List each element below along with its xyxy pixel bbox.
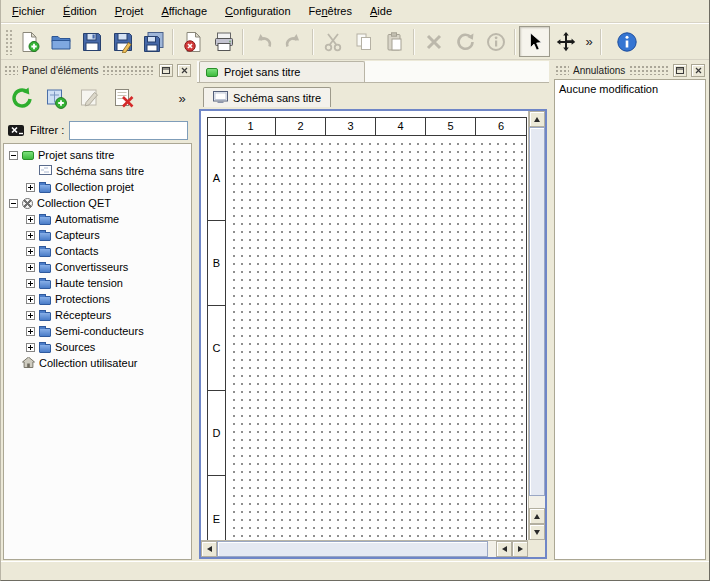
tree-item-collection-utilisateur[interactable]: Collection utilisateur — [4, 355, 191, 371]
tree-item-convertisseurs[interactable]: Convertisseurs — [4, 259, 191, 275]
vertical-scrollbar[interactable] — [528, 111, 545, 540]
save-all-button[interactable] — [138, 26, 169, 57]
dock-grip[interactable] — [102, 65, 155, 75]
schema-icon — [39, 165, 52, 177]
float-button[interactable] — [673, 64, 687, 77]
menu-edition[interactable]: Édition — [54, 1, 106, 21]
collapse-expander-icon[interactable] — [9, 199, 18, 208]
save-button[interactable] — [76, 26, 107, 57]
scroll-right-button[interactable] — [512, 541, 528, 557]
dock-grip[interactable] — [4, 65, 18, 75]
elements-panel-header[interactable]: Panel d'éléments — [1, 61, 194, 79]
undo-history-list[interactable]: Aucune modification — [554, 79, 706, 560]
open-project-button[interactable] — [45, 26, 76, 57]
menu-configuration[interactable]: Configuration — [216, 1, 299, 21]
expand-expander-icon[interactable] — [26, 343, 35, 352]
diagram-grid-canvas[interactable] — [227, 137, 526, 540]
elements-toolbar-overflow-button[interactable]: » — [174, 85, 190, 111]
redo-button[interactable] — [278, 26, 309, 57]
expand-expander-icon[interactable] — [26, 295, 35, 304]
tree-item-sources[interactable]: Sources — [4, 339, 191, 355]
save-as-button[interactable] — [107, 26, 138, 57]
collections-tree[interactable]: Projet sans titre Schéma sans titre Coll… — [3, 143, 192, 560]
schema-tab-bar: Schéma sans titre — [197, 83, 549, 107]
move-arrows-icon — [555, 31, 577, 53]
select-mode-button[interactable] — [519, 26, 550, 57]
project-view: Projet sans titre Schéma sans titre 1 2 — [197, 61, 549, 561]
expand-expander-icon[interactable] — [26, 247, 35, 256]
toolbar-grip[interactable] — [5, 29, 12, 55]
expand-expander-icon[interactable] — [26, 231, 35, 240]
element-info-icon — [485, 31, 507, 53]
scroll-up-button[interactable] — [529, 111, 545, 127]
paste-button[interactable] — [379, 26, 410, 57]
dock-grip[interactable] — [555, 65, 569, 75]
tree-item-schema-sans-titre[interactable]: Schéma sans titre — [4, 163, 191, 179]
folder-icon — [39, 232, 51, 241]
menu-fenetres[interactable]: Fenêtres — [300, 1, 361, 21]
about-button[interactable] — [611, 26, 642, 57]
close-button[interactable] — [691, 64, 705, 77]
expand-expander-icon[interactable] — [26, 215, 35, 224]
cursor-arrow-icon — [524, 31, 546, 53]
info-blue-icon — [616, 31, 638, 53]
undo-panel-header[interactable]: Annulations — [552, 61, 708, 79]
undo-button[interactable] — [247, 26, 278, 57]
delete-button[interactable] — [418, 26, 449, 57]
tab-schema-sans-titre[interactable]: Schéma sans titre — [203, 87, 331, 107]
expand-expander-icon[interactable] — [26, 327, 35, 336]
horizontal-scroll-thumb[interactable] — [217, 541, 488, 557]
tree-item-capteurs[interactable]: Capteurs — [4, 227, 191, 243]
expand-expander-icon[interactable] — [26, 311, 35, 320]
tree-item-collection-qet[interactable]: Collection QET — [4, 195, 191, 211]
tree-item-haute-tension[interactable]: Haute tension — [4, 275, 191, 291]
expand-expander-icon[interactable] — [26, 263, 35, 272]
copy-button[interactable] — [348, 26, 379, 57]
scroll-left-button-2[interactable] — [496, 541, 512, 557]
vertical-scroll-thumb[interactable] — [529, 127, 545, 496]
delete-element-button[interactable] — [107, 81, 141, 115]
diagram-viewport[interactable]: 1 2 3 4 5 6 A B C D E — [201, 111, 528, 540]
paste-icon — [384, 31, 406, 53]
tree-item-protections[interactable]: Protections — [4, 291, 191, 307]
tree-item-recepteurs[interactable]: Récepteurs — [4, 307, 191, 323]
folder-icon — [39, 280, 51, 289]
collapse-expander-icon[interactable] — [9, 151, 18, 160]
float-button[interactable] — [159, 64, 173, 77]
clear-filter-icon[interactable] — [7, 123, 25, 138]
tree-item-automatisme[interactable]: Automatisme — [4, 211, 191, 227]
arrow-up-icon — [534, 514, 540, 519]
new-document-button[interactable] — [14, 26, 45, 57]
dock-grip[interactable] — [629, 65, 669, 75]
tree-item-projet-sans-titre[interactable]: Projet sans titre — [4, 147, 191, 163]
print-button[interactable] — [208, 26, 239, 57]
menu-aide[interactable]: Aide — [361, 1, 401, 21]
element-info-button[interactable] — [480, 26, 511, 57]
tree-item-semi-conducteurs[interactable]: Semi-conducteurs — [4, 323, 191, 339]
toolbar-separator — [514, 29, 516, 55]
elements-panel-title: Panel d'éléments — [22, 65, 98, 76]
undo-panel: Annulations Aucune modification — [552, 61, 708, 561]
close-button[interactable] — [177, 64, 191, 77]
cut-button[interactable] — [317, 26, 348, 57]
close-file-button[interactable] — [177, 26, 208, 57]
menu-fichier[interactable]: Fichier — [3, 1, 54, 21]
edit-element-button[interactable] — [73, 81, 107, 115]
toolbar-overflow-button[interactable]: » — [581, 29, 597, 55]
filter-input[interactable] — [69, 121, 188, 140]
scroll-left-button[interactable] — [201, 541, 217, 557]
menu-affichage[interactable]: Affichage — [152, 1, 216, 21]
expand-expander-icon[interactable] — [26, 279, 35, 288]
menu-projet[interactable]: Projet — [106, 1, 153, 21]
expand-expander-icon[interactable] — [26, 183, 35, 192]
tab-projet-sans-titre[interactable]: Projet sans titre — [199, 61, 365, 82]
tree-item-collection-projet[interactable]: Collection projet — [4, 179, 191, 195]
scroll-up-button-2[interactable] — [529, 508, 545, 524]
rotate-button[interactable] — [449, 26, 480, 57]
horizontal-scrollbar[interactable] — [201, 540, 528, 557]
pan-mode-button[interactable] — [550, 26, 581, 57]
new-element-button[interactable] — [39, 81, 73, 115]
reload-collections-button[interactable] — [5, 81, 39, 115]
scroll-down-button[interactable] — [529, 524, 545, 540]
tree-item-contacts[interactable]: Contacts — [4, 243, 191, 259]
